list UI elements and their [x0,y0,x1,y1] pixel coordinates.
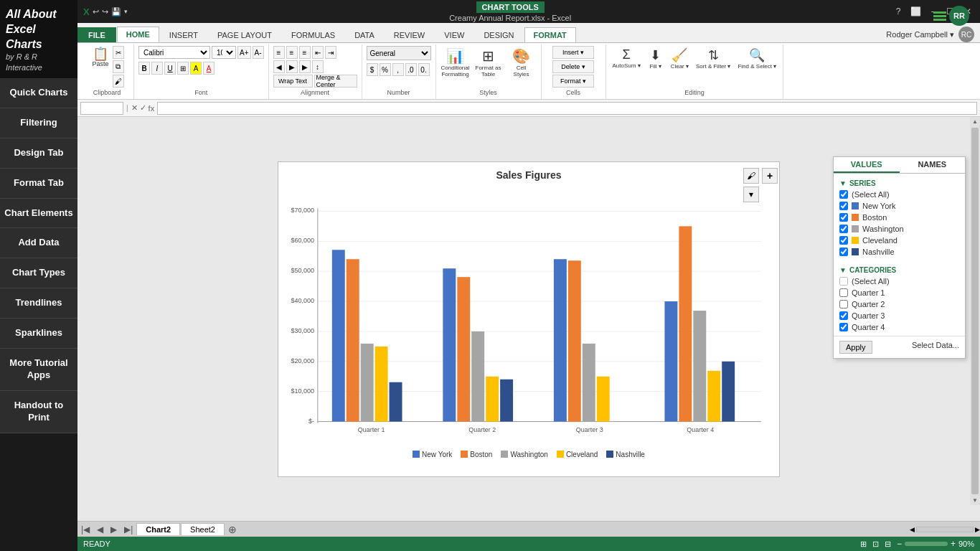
sheet-nav-last[interactable]: ▶| [121,524,136,534]
page-layout-icon[interactable]: ⊡ [872,540,879,549]
delete-cells-button[interactable]: Delete ▾ [552,60,594,73]
number-format-select[interactable]: General [367,46,431,60]
zoom-out-button[interactable]: − [897,539,902,549]
sidebar-item-sparklines[interactable]: Sparklines [0,319,77,349]
sort-filter-button[interactable]: ⇅ Sort & Filter ▾ [694,46,732,71]
avatar[interactable]: RC [958,27,974,42]
cell-styles-button[interactable]: 🎨 Cell Styles [507,46,537,79]
sheet-add-button[interactable]: ⊕ [225,524,240,535]
filter-cat-all-checkbox[interactable] [839,277,848,286]
sidebar-item-chart-elements[interactable]: Chart Elements [0,199,77,229]
format-painter-button[interactable]: 🖌 [113,75,124,88]
sidebar-item-filtering[interactable]: Filtering [0,108,77,138]
format-cells-button[interactable]: Format ▾ [552,75,594,88]
paste-button[interactable]: 📋 Paste [90,46,110,69]
percent-btn[interactable]: % [380,63,391,76]
vertical-scrollbar[interactable]: ▲ ▼ [970,117,980,505]
filter-q1-checkbox[interactable] [839,288,848,297]
filter-q2-checkbox[interactable] [839,300,848,309]
align-right[interactable]: ▶ [299,60,311,73]
tab-data[interactable]: DATA [345,27,384,42]
enter-formula-icon[interactable]: ✓ [140,103,146,113]
decimal-dec-btn[interactable]: 0. [418,63,430,76]
format-as-table-button[interactable]: ⊞ Format as Table [473,46,504,79]
sidebar-item-design-tab[interactable]: Design Tab [0,138,77,169]
font-grow-button[interactable]: A+ [237,46,251,59]
horizontal-scrollbar[interactable] [916,527,974,532]
tab-insert[interactable]: INSERT [160,27,207,42]
filter-categories-collapse-icon[interactable]: ▼ [839,266,847,274]
font-shrink-button[interactable]: A- [253,46,264,59]
sidebar-item-handout-to-print[interactable]: Handout to Print [0,391,77,433]
autosum-button[interactable]: Σ AutoSum ▾ [611,46,643,70]
align-top-left[interactable]: ≡ [273,46,285,59]
zoom-level[interactable]: 90% [958,540,974,548]
sheet-tab-chart2[interactable]: Chart2 [136,523,180,535]
align-center[interactable]: ▶ [286,60,298,73]
chart-style-button[interactable]: 🖌 [743,168,759,184]
sidebar-item-more-tutorial-apps[interactable]: More Tutorial Apps [0,349,77,391]
filter-select-data-link[interactable]: Select Data... [912,341,959,354]
text-direction[interactable]: ↕ [312,60,324,73]
conditional-formatting-button[interactable]: 📊 Conditional Formatting [440,46,471,79]
indent-increase[interactable]: ⇥ [325,46,336,59]
filter-tab-names[interactable]: NAMES [900,157,966,173]
sheet-nav-next[interactable]: ▶ [107,524,121,534]
find-select-button[interactable]: 🔍 Find & Select ▾ [735,46,778,71]
filter-q4-checkbox[interactable] [839,323,848,331]
accounting-btn[interactable]: $ [367,63,378,76]
filter-cleveland-checkbox[interactable] [839,236,848,245]
normal-view-icon[interactable]: ⊞ [860,540,867,549]
hscroll-left[interactable]: ◀ [910,526,915,533]
zoom-in-button[interactable]: + [951,539,956,549]
italic-button[interactable]: I [151,62,163,75]
font-name-select[interactable]: Calibri [138,46,210,59]
copy-button[interactable]: ⧉ [113,60,124,73]
sidebar-item-chart-types[interactable]: Chart Types [0,258,77,288]
sidebar-item-format-tab[interactable]: Format Tab [0,169,77,199]
underline-button[interactable]: U [164,62,176,75]
filter-boston-checkbox[interactable] [839,213,848,222]
ribbon-display-btn[interactable]: ⬜ [908,6,924,17]
align-top-right[interactable]: ≡ [299,46,311,59]
cancel-formula-icon[interactable]: ✕ [131,103,138,113]
sheet-nav-prev[interactable]: ◀ [93,524,107,534]
clear-button[interactable]: 🧹 Clear ▾ [669,46,691,71]
chart-box[interactable]: Sales Figures $- $10,000 $20,000 $30,000… [278,161,780,477]
filter-series-collapse-icon[interactable]: ▼ [839,179,847,187]
zoom-slider[interactable] [905,542,948,546]
page-break-icon[interactable]: ⊟ [885,540,891,549]
filter-series-all-checkbox[interactable] [839,190,848,199]
name-box[interactable] [80,102,123,115]
tab-design[interactable]: DESIGN [474,27,523,42]
quick-access-undo[interactable]: ↩ [93,7,99,17]
tab-review[interactable]: REVIEW [385,27,434,42]
sidebar-item-quick-charts[interactable]: Quick Charts [0,78,77,108]
sidebar-item-trendlines[interactable]: Trendlines [0,288,77,319]
indent-decrease[interactable]: ⇤ [312,46,324,59]
merge-center-button[interactable]: Merge & Center [314,75,357,88]
tab-home[interactable]: HOME [117,27,159,42]
fill-button[interactable]: ⬇ Fill ▾ [646,46,666,71]
tab-format[interactable]: FORMAT [524,27,576,42]
scroll-up-arrow[interactable]: ▲ [971,117,979,126]
chart-add-element-button[interactable]: + [762,168,778,184]
decimal-inc-btn[interactable]: .0 [405,63,417,76]
align-left[interactable]: ◀ [273,60,285,73]
fill-color-button[interactable]: A [190,62,202,75]
border-button[interactable]: ⊞ [177,62,189,75]
tab-file[interactable]: FILE [77,27,116,42]
quick-access-dropdown[interactable]: ▾ [124,8,128,15]
filter-new-york-checkbox[interactable] [839,202,848,210]
quick-access-save[interactable]: 💾 [111,7,121,17]
tab-page-layout[interactable]: PAGE LAYOUT [208,27,281,42]
cut-button[interactable]: ✂ [113,46,124,59]
font-color-button[interactable]: A [203,62,215,75]
filter-tab-values[interactable]: VALUES [834,157,900,173]
sheet-tab-sheet2[interactable]: Sheet2 [181,523,225,535]
insert-cells-button[interactable]: Insert ▾ [552,46,594,59]
comma-btn[interactable]: , [392,63,404,76]
filter-q3-checkbox[interactable] [839,311,848,320]
chart-filter-button[interactable]: ▾ [743,187,759,202]
scroll-down-arrow[interactable]: ▼ [971,496,979,505]
